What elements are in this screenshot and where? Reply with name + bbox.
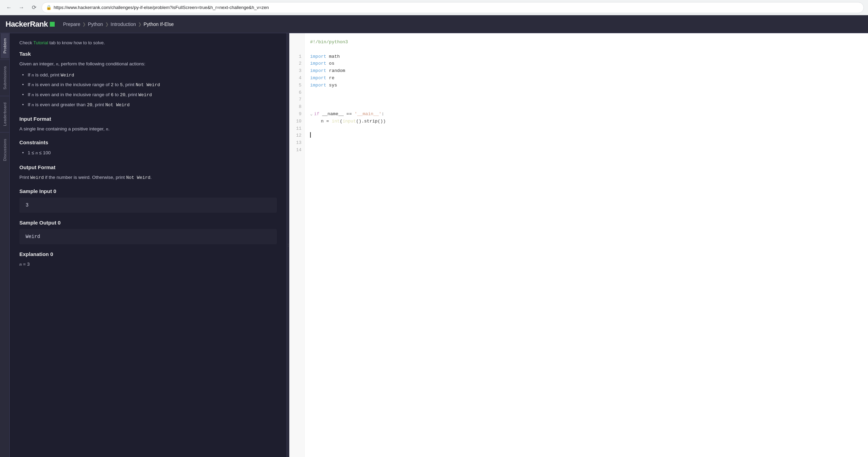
breadcrumb: Prepare ❯ Python ❯ Introduction ❯ Python… [63, 21, 174, 27]
url-bar[interactable]: 🔒 https://www.hackerrank.com/challenges/… [42, 2, 864, 13]
line-num-8: 8 [293, 103, 301, 111]
sidebar-divider-2 [0, 96, 9, 96]
task-heading: Task [19, 51, 277, 57]
line-num-4: 4 [293, 75, 301, 82]
sidebar-tab-leaderboard[interactable]: Leaderboard [1, 98, 9, 131]
breadcrumb-python[interactable]: Python [88, 21, 103, 27]
task-desc: Given an integer, n, perform the followi… [19, 60, 277, 68]
sample-input-box: 3 [19, 198, 277, 213]
main-layout: Problem Submissions Leaderboard Discussi… [0, 33, 868, 457]
constraints-heading: Constraints [19, 139, 277, 145]
line-num-blank1 [293, 39, 301, 46]
back-button[interactable]: ← [4, 3, 14, 12]
app-header: HackerRank Prepare ❯ Python ❯ Introducti… [0, 15, 868, 33]
breadcrumb-sep-2: ❯ [105, 22, 109, 27]
sample-output-section: Sample Output 0 Weird [19, 220, 277, 244]
line-num-5: 5 [293, 82, 301, 89]
task-section: Task Given an integer, n, perform the fo… [19, 51, 277, 109]
line-num-9: 9 [293, 111, 301, 118]
line-num-11: 11 [293, 125, 301, 132]
explanation-heading: Explanation 0 [19, 251, 277, 257]
explanation-section: Explanation 0 n = 3 [19, 251, 277, 268]
breadcrumb-challenge: Python If-Else [144, 21, 174, 27]
input-format-heading: Input Format [19, 116, 277, 122]
line-num-13: 13 [293, 139, 301, 147]
sample-output-box: Weird [19, 229, 277, 244]
line-numbers: 1 2 3 4 5 6 7 8 9 10 11 12 13 14 [289, 33, 305, 457]
sample-input-value: 3 [26, 202, 28, 208]
line-num-10: 10 [293, 118, 301, 125]
drag-handle[interactable]: ⋮ [287, 33, 289, 457]
browser-chrome: ← → ⟳ 🔒 https://www.hackerrank.com/chall… [0, 0, 868, 15]
sample-output-value: Weird [26, 234, 40, 239]
input-format-desc: A single line containing a positive inte… [19, 125, 277, 133]
sample-output-heading: Sample Output 0 [19, 220, 277, 226]
editor-content: 1 2 3 4 5 6 7 8 9 10 11 12 13 14 #!/bin/… [289, 33, 868, 457]
constraints-list: 1 ≤ n ≤ 100 [19, 149, 277, 157]
url-text: https://www.hackerrank.com/challenges/py… [54, 5, 269, 10]
output-format-desc: Print Weird if the number is weird. Othe… [19, 174, 277, 182]
reload-button[interactable]: ⟳ [29, 3, 39, 12]
tutorial-link[interactable]: Tutorial [33, 40, 48, 45]
condition-4: If n is even and greater than 20, print … [22, 101, 277, 109]
line-num-1: 1 [293, 53, 301, 61]
editor-panel[interactable]: 1 2 3 4 5 6 7 8 9 10 11 12 13 14 #!/bin/… [289, 33, 868, 457]
lock-icon: 🔒 [46, 5, 52, 10]
line-num-14: 14 [293, 147, 301, 154]
left-sidebar: Problem Submissions Leaderboard Discussi… [0, 33, 10, 457]
sidebar-divider-3 [0, 132, 9, 132]
output-format-section: Output Format Print Weird if the number … [19, 164, 277, 182]
input-format-section: Input Format A single line containing a … [19, 116, 277, 133]
sidebar-tab-discussions[interactable]: Discussions [1, 134, 9, 166]
sidebar-divider-1 [0, 60, 9, 60]
line-num-3: 3 [293, 67, 301, 75]
breadcrumb-sep-1: ❯ [82, 22, 86, 27]
sample-input-heading: Sample Input 0 [19, 188, 277, 194]
explanation-desc: n = 3 [19, 261, 277, 268]
problem-panel: Check Tutorial tab to know how to to sol… [10, 33, 287, 457]
condition-1: If n is odd, print Weird [22, 71, 277, 79]
logo-square [50, 22, 55, 27]
sample-input-section: Sample Input 0 3 [19, 188, 277, 213]
condition-2: If n is even and in the inclusive range … [22, 81, 277, 89]
sidebar-tab-problem[interactable]: Problem [1, 33, 9, 58]
constraints-section: Constraints 1 ≤ n ≤ 100 [19, 139, 277, 157]
line-num-7: 7 [293, 96, 301, 103]
line-num-12: 12 [293, 132, 301, 139]
forward-button[interactable]: → [17, 3, 26, 12]
logo-text: HackerRank [6, 20, 48, 29]
breadcrumb-prepare[interactable]: Prepare [63, 21, 80, 27]
code-area[interactable]: #!/bin/python3 import math import os imp… [305, 33, 868, 457]
output-format-heading: Output Format [19, 164, 277, 170]
line-num-2: 2 [293, 60, 301, 67]
condition-3: If n is even and in the inclusive range … [22, 91, 277, 99]
logo[interactable]: HackerRank [6, 20, 55, 29]
constraint-1: 1 ≤ n ≤ 100 [22, 149, 277, 157]
line-num-blank2 [293, 46, 301, 53]
conditions-list: If n is odd, print Weird If n is even an… [19, 71, 277, 109]
check-tutorial-text: Check Tutorial tab to know how to to sol… [19, 40, 277, 45]
drag-dots: ⋮ [287, 243, 289, 247]
breadcrumb-sep-3: ❯ [138, 22, 142, 27]
line-num-6: 6 [293, 89, 301, 97]
breadcrumb-introduction[interactable]: Introduction [111, 21, 136, 27]
sidebar-tab-submissions[interactable]: Submissions [1, 61, 9, 94]
